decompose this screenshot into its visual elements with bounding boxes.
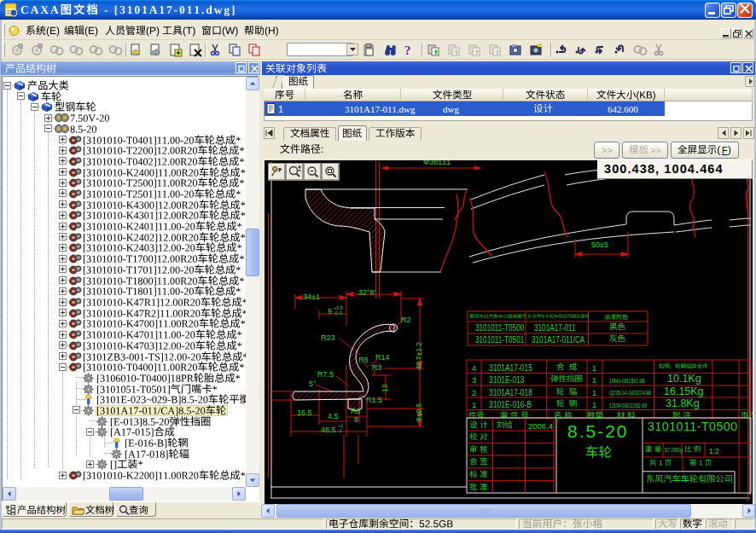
- svg-text:?: ?: [404, 43, 411, 57]
